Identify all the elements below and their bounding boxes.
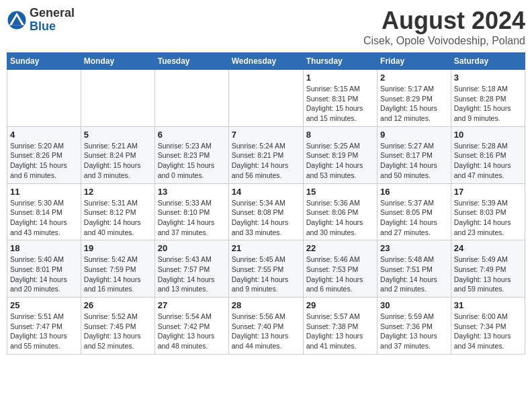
- day-number: 19: [84, 243, 152, 253]
- day-number: 5: [84, 130, 152, 140]
- calendar-cell: 5Sunrise: 5:21 AM Sunset: 8:24 PM Daylig…: [81, 126, 154, 183]
- day-number: 8: [306, 130, 374, 140]
- day-number: 4: [10, 130, 78, 140]
- day-number: 18: [10, 243, 78, 253]
- main-title: August 2024: [363, 7, 525, 35]
- day-info: Sunrise: 5:37 AM Sunset: 8:05 PM Dayligh…: [380, 198, 448, 238]
- day-info: Sunrise: 5:30 AM Sunset: 8:14 PM Dayligh…: [10, 198, 78, 238]
- calendar-cell: 6Sunrise: 5:23 AM Sunset: 8:23 PM Daylig…: [154, 126, 228, 183]
- calendar-cell: 30Sunrise: 5:59 AM Sunset: 7:36 PM Dayli…: [378, 298, 451, 355]
- calendar-cell: 14Sunrise: 5:34 AM Sunset: 8:08 PM Dayli…: [228, 183, 303, 240]
- logo-blue-text: Blue: [30, 20, 75, 34]
- day-info: Sunrise: 5:21 AM Sunset: 8:24 PM Dayligh…: [84, 141, 152, 181]
- calendar-cell: [7, 70, 81, 127]
- day-info: Sunrise: 5:33 AM Sunset: 8:10 PM Dayligh…: [158, 198, 226, 238]
- calendar-cell: 25Sunrise: 5:51 AM Sunset: 7:47 PM Dayli…: [7, 298, 81, 355]
- logo: General Blue: [7, 7, 75, 34]
- day-info: Sunrise: 5:24 AM Sunset: 8:21 PM Dayligh…: [232, 141, 300, 181]
- day-number: 12: [84, 187, 152, 197]
- day-info: Sunrise: 6:00 AM Sunset: 7:34 PM Dayligh…: [454, 312, 522, 351]
- day-number: 15: [306, 187, 374, 197]
- calendar-cell: 2Sunrise: 5:17 AM Sunset: 8:29 PM Daylig…: [378, 70, 451, 127]
- calendar-header-friday: Friday: [378, 53, 451, 70]
- day-number: 28: [232, 300, 300, 310]
- calendar-header-saturday: Saturday: [451, 53, 525, 70]
- day-number: 25: [10, 300, 78, 310]
- day-info: Sunrise: 5:48 AM Sunset: 7:51 PM Dayligh…: [380, 255, 448, 294]
- calendar-cell: 1Sunrise: 5:15 AM Sunset: 8:31 PM Daylig…: [303, 70, 377, 127]
- logo-icon: [7, 10, 27, 30]
- calendar-cell: 26Sunrise: 5:52 AM Sunset: 7:45 PM Dayli…: [81, 298, 154, 355]
- calendar-header-thursday: Thursday: [303, 53, 377, 70]
- day-info: Sunrise: 5:51 AM Sunset: 7:47 PM Dayligh…: [10, 312, 78, 351]
- day-number: 14: [232, 187, 300, 197]
- day-info: Sunrise: 5:31 AM Sunset: 8:12 PM Dayligh…: [84, 198, 152, 238]
- calendar-cell: 18Sunrise: 5:40 AM Sunset: 8:01 PM Dayli…: [7, 240, 81, 298]
- calendar-cell: 23Sunrise: 5:48 AM Sunset: 7:51 PM Dayli…: [378, 240, 451, 298]
- day-number: 17: [454, 187, 522, 197]
- day-info: Sunrise: 5:18 AM Sunset: 8:28 PM Dayligh…: [454, 84, 522, 124]
- day-number: 27: [158, 300, 226, 310]
- day-info: Sunrise: 5:20 AM Sunset: 8:26 PM Dayligh…: [10, 141, 78, 181]
- day-info: Sunrise: 5:45 AM Sunset: 7:55 PM Dayligh…: [232, 255, 300, 294]
- day-info: Sunrise: 5:56 AM Sunset: 7:40 PM Dayligh…: [232, 312, 300, 351]
- day-info: Sunrise: 5:28 AM Sunset: 8:16 PM Dayligh…: [454, 141, 522, 181]
- day-info: Sunrise: 5:36 AM Sunset: 8:06 PM Dayligh…: [306, 198, 374, 238]
- day-number: 21: [232, 243, 300, 253]
- day-info: Sunrise: 5:15 AM Sunset: 8:31 PM Dayligh…: [306, 84, 374, 124]
- calendar-cell: 15Sunrise: 5:36 AM Sunset: 8:06 PM Dayli…: [303, 183, 377, 240]
- day-number: 20: [158, 243, 226, 253]
- day-number: 11: [10, 187, 78, 197]
- day-info: Sunrise: 5:34 AM Sunset: 8:08 PM Dayligh…: [232, 198, 300, 238]
- day-number: 2: [380, 73, 448, 83]
- calendar-cell: 31Sunrise: 6:00 AM Sunset: 7:34 PM Dayli…: [451, 298, 525, 355]
- calendar-cell: 12Sunrise: 5:31 AM Sunset: 8:12 PM Dayli…: [81, 183, 154, 240]
- day-number: 10: [454, 130, 522, 140]
- calendar-cell: 27Sunrise: 5:54 AM Sunset: 7:42 PM Dayli…: [154, 298, 228, 355]
- calendar-header-sunday: Sunday: [7, 53, 81, 70]
- day-info: Sunrise: 5:42 AM Sunset: 7:59 PM Dayligh…: [84, 255, 152, 294]
- calendar-header-row: SundayMondayTuesdayWednesdayThursdayFrid…: [7, 53, 525, 70]
- calendar-cell: 17Sunrise: 5:39 AM Sunset: 8:03 PM Dayli…: [451, 183, 525, 240]
- day-number: 24: [454, 243, 522, 253]
- calendar-header-wednesday: Wednesday: [228, 53, 303, 70]
- day-number: 22: [306, 243, 374, 253]
- day-number: 26: [84, 300, 152, 310]
- calendar-header-monday: Monday: [81, 53, 154, 70]
- calendar-header-tuesday: Tuesday: [154, 53, 228, 70]
- calendar-cell: 19Sunrise: 5:42 AM Sunset: 7:59 PM Dayli…: [81, 240, 154, 298]
- day-info: Sunrise: 5:23 AM Sunset: 8:23 PM Dayligh…: [158, 141, 226, 181]
- calendar-cell: 29Sunrise: 5:57 AM Sunset: 7:38 PM Dayli…: [303, 298, 377, 355]
- title-area: August 2024 Cisek, Opole Voivodeship, Po…: [363, 7, 525, 47]
- calendar-cell: 20Sunrise: 5:43 AM Sunset: 7:57 PM Dayli…: [154, 240, 228, 298]
- day-number: 16: [380, 187, 448, 197]
- logo-general-text: General: [30, 7, 75, 20]
- calendar-cell: 3Sunrise: 5:18 AM Sunset: 8:28 PM Daylig…: [451, 70, 525, 127]
- calendar-cell: [154, 70, 228, 127]
- day-number: 3: [454, 73, 522, 83]
- calendar-cell: 24Sunrise: 5:49 AM Sunset: 7:49 PM Dayli…: [451, 240, 525, 298]
- day-info: Sunrise: 5:39 AM Sunset: 8:03 PM Dayligh…: [454, 198, 522, 238]
- calendar-week-1: 1Sunrise: 5:15 AM Sunset: 8:31 PM Daylig…: [7, 70, 525, 127]
- calendar-cell: 7Sunrise: 5:24 AM Sunset: 8:21 PM Daylig…: [228, 126, 303, 183]
- calendar-week-2: 4Sunrise: 5:20 AM Sunset: 8:26 PM Daylig…: [7, 126, 525, 183]
- day-number: 1: [306, 73, 374, 83]
- calendar-cell: 9Sunrise: 5:27 AM Sunset: 8:17 PM Daylig…: [378, 126, 451, 183]
- calendar-cell: [81, 70, 154, 127]
- day-info: Sunrise: 5:40 AM Sunset: 8:01 PM Dayligh…: [10, 255, 78, 294]
- calendar-cell: 16Sunrise: 5:37 AM Sunset: 8:05 PM Dayli…: [378, 183, 451, 240]
- day-number: 9: [380, 130, 448, 140]
- day-info: Sunrise: 5:46 AM Sunset: 7:53 PM Dayligh…: [306, 255, 374, 294]
- day-info: Sunrise: 5:54 AM Sunset: 7:42 PM Dayligh…: [158, 312, 226, 351]
- calendar-cell: 8Sunrise: 5:25 AM Sunset: 8:19 PM Daylig…: [303, 126, 377, 183]
- subtitle: Cisek, Opole Voivodeship, Poland: [363, 35, 525, 47]
- calendar-cell: 28Sunrise: 5:56 AM Sunset: 7:40 PM Dayli…: [228, 298, 303, 355]
- day-info: Sunrise: 5:27 AM Sunset: 8:17 PM Dayligh…: [380, 141, 448, 181]
- day-info: Sunrise: 5:57 AM Sunset: 7:38 PM Dayligh…: [306, 312, 374, 351]
- calendar-table: SundayMondayTuesdayWednesdayThursdayFrid…: [7, 52, 525, 355]
- day-number: 30: [380, 300, 448, 310]
- day-number: 6: [158, 130, 226, 140]
- day-info: Sunrise: 5:49 AM Sunset: 7:49 PM Dayligh…: [454, 255, 522, 294]
- day-info: Sunrise: 5:52 AM Sunset: 7:45 PM Dayligh…: [84, 312, 152, 351]
- calendar-cell: 11Sunrise: 5:30 AM Sunset: 8:14 PM Dayli…: [7, 183, 81, 240]
